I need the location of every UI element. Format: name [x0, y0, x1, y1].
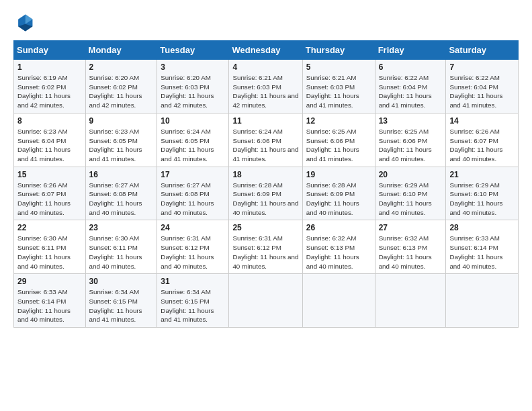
day-info: Sunrise: 6:33 AM Sunset: 6:14 PM Dayligh… — [449, 234, 515, 271]
day-info: Sunrise: 6:32 AM Sunset: 6:13 PM Dayligh… — [379, 234, 443, 271]
calendar-cell: 16 Sunrise: 6:27 AM Sunset: 6:08 PM Dayl… — [85, 167, 157, 220]
calendar-week-row: 15 Sunrise: 6:26 AM Sunset: 6:07 PM Dayl… — [14, 167, 519, 220]
day-number: 22 — [17, 223, 82, 232]
day-number: 17 — [161, 170, 225, 179]
calendar-cell: 8 Sunrise: 6:23 AM Sunset: 6:04 PM Dayli… — [14, 113, 86, 167]
day-number: 25 — [232, 223, 298, 232]
day-number: 12 — [306, 116, 371, 126]
day-number: 30 — [89, 277, 154, 286]
calendar-header-row: SundayMondayTuesdayWednesdayThursdayFrid… — [14, 41, 519, 60]
day-number: 2 — [89, 62, 154, 72]
calendar-week-row: 1 Sunrise: 6:19 AM Sunset: 6:02 PM Dayli… — [14, 60, 519, 113]
day-info: Sunrise: 6:31 AM Sunset: 6:12 PM Dayligh… — [232, 234, 298, 271]
calendar-cell: 27 Sunrise: 6:32 AM Sunset: 6:13 PM Dayl… — [375, 220, 446, 274]
day-number: 23 — [89, 223, 154, 232]
day-info: Sunrise: 6:30 AM Sunset: 6:11 PM Dayligh… — [17, 234, 82, 271]
calendar-cell: 7 Sunrise: 6:22 AM Sunset: 6:04 PM Dayli… — [446, 60, 519, 113]
calendar-cell: 14 Sunrise: 6:26 AM Sunset: 6:07 PM Dayl… — [446, 113, 519, 167]
calendar-header-saturday: Saturday — [446, 41, 519, 60]
header — [13, 12, 519, 34]
calendar-cell: 20 Sunrise: 6:29 AM Sunset: 6:10 PM Dayl… — [375, 167, 446, 220]
calendar-cell: 1 Sunrise: 6:19 AM Sunset: 6:02 PM Dayli… — [14, 60, 86, 113]
calendar-cell: 11 Sunrise: 6:24 AM Sunset: 6:06 PM Dayl… — [229, 113, 302, 167]
day-number: 31 — [161, 277, 225, 286]
day-info: Sunrise: 6:20 AM Sunset: 6:02 PM Dayligh… — [89, 73, 154, 110]
day-info: Sunrise: 6:21 AM Sunset: 6:03 PM Dayligh… — [232, 73, 298, 110]
day-number: 19 — [306, 170, 371, 179]
calendar-week-row: 8 Sunrise: 6:23 AM Sunset: 6:04 PM Dayli… — [14, 113, 519, 167]
day-number: 29 — [17, 277, 82, 286]
day-number: 8 — [17, 116, 82, 126]
day-number: 16 — [89, 170, 154, 179]
day-info: Sunrise: 6:27 AM Sunset: 6:08 PM Dayligh… — [161, 181, 225, 218]
calendar-cell: 15 Sunrise: 6:26 AM Sunset: 6:07 PM Dayl… — [14, 167, 86, 220]
calendar-header-tuesday: Tuesday — [157, 41, 229, 60]
day-number: 4 — [232, 62, 298, 72]
day-info: Sunrise: 6:34 AM Sunset: 6:15 PM Dayligh… — [89, 287, 154, 324]
calendar-cell: 18 Sunrise: 6:28 AM Sunset: 6:09 PM Dayl… — [229, 167, 302, 220]
day-info: Sunrise: 6:31 AM Sunset: 6:12 PM Dayligh… — [161, 234, 225, 271]
day-info: Sunrise: 6:25 AM Sunset: 6:06 PM Dayligh… — [379, 127, 443, 164]
day-info: Sunrise: 6:19 AM Sunset: 6:02 PM Dayligh… — [17, 73, 82, 110]
day-number: 28 — [449, 223, 515, 232]
calendar-header-monday: Monday — [85, 41, 157, 60]
calendar-cell: 9 Sunrise: 6:23 AM Sunset: 6:05 PM Dayli… — [85, 113, 157, 167]
calendar-cell: 13 Sunrise: 6:25 AM Sunset: 6:06 PM Dayl… — [375, 113, 446, 167]
day-info: Sunrise: 6:23 AM Sunset: 6:04 PM Dayligh… — [17, 127, 82, 164]
calendar-cell: 12 Sunrise: 6:25 AM Sunset: 6:06 PM Dayl… — [302, 113, 375, 167]
day-number: 13 — [379, 116, 443, 126]
calendar-cell: 24 Sunrise: 6:31 AM Sunset: 6:12 PM Dayl… — [157, 220, 229, 274]
calendar-week-row: 29 Sunrise: 6:33 AM Sunset: 6:14 PM Dayl… — [14, 274, 519, 328]
calendar-cell: 5 Sunrise: 6:21 AM Sunset: 6:03 PM Dayli… — [302, 60, 375, 113]
day-number: 21 — [449, 170, 515, 179]
calendar-cell — [375, 274, 446, 328]
calendar-cell: 19 Sunrise: 6:28 AM Sunset: 6:09 PM Dayl… — [302, 167, 375, 220]
day-info: Sunrise: 6:22 AM Sunset: 6:04 PM Dayligh… — [449, 73, 515, 110]
calendar-header-friday: Friday — [375, 41, 446, 60]
calendar-cell: 2 Sunrise: 6:20 AM Sunset: 6:02 PM Dayli… — [85, 60, 157, 113]
calendar-cell: 30 Sunrise: 6:34 AM Sunset: 6:15 PM Dayl… — [85, 274, 157, 328]
day-number: 9 — [89, 116, 154, 126]
calendar-cell: 10 Sunrise: 6:24 AM Sunset: 6:05 PM Dayl… — [157, 113, 229, 167]
calendar-header-thursday: Thursday — [302, 41, 375, 60]
day-info: Sunrise: 6:34 AM Sunset: 6:15 PM Dayligh… — [161, 287, 225, 324]
day-info: Sunrise: 6:25 AM Sunset: 6:06 PM Dayligh… — [306, 127, 371, 164]
day-info: Sunrise: 6:23 AM Sunset: 6:05 PM Dayligh… — [89, 127, 154, 164]
day-info: Sunrise: 6:30 AM Sunset: 6:11 PM Dayligh… — [89, 234, 154, 271]
day-number: 18 — [232, 170, 298, 179]
day-info: Sunrise: 6:24 AM Sunset: 6:06 PM Dayligh… — [232, 127, 298, 164]
calendar-cell: 28 Sunrise: 6:33 AM Sunset: 6:14 PM Dayl… — [446, 220, 519, 274]
calendar-cell: 4 Sunrise: 6:21 AM Sunset: 6:03 PM Dayli… — [229, 60, 302, 113]
day-number: 3 — [161, 62, 225, 72]
logo — [13, 12, 38, 34]
day-info: Sunrise: 6:22 AM Sunset: 6:04 PM Dayligh… — [379, 73, 443, 110]
calendar-cell: 26 Sunrise: 6:32 AM Sunset: 6:13 PM Dayl… — [302, 220, 375, 274]
calendar-cell: 23 Sunrise: 6:30 AM Sunset: 6:11 PM Dayl… — [85, 220, 157, 274]
calendar-cell: 3 Sunrise: 6:20 AM Sunset: 6:03 PM Dayli… — [157, 60, 229, 113]
day-number: 26 — [306, 223, 371, 232]
day-info: Sunrise: 6:20 AM Sunset: 6:03 PM Dayligh… — [161, 73, 225, 110]
calendar-cell: 25 Sunrise: 6:31 AM Sunset: 6:12 PM Dayl… — [229, 220, 302, 274]
day-number: 11 — [232, 116, 298, 126]
day-number: 14 — [449, 116, 515, 126]
day-number: 10 — [161, 116, 225, 126]
day-info: Sunrise: 6:28 AM Sunset: 6:09 PM Dayligh… — [232, 181, 298, 218]
calendar-cell: 31 Sunrise: 6:34 AM Sunset: 6:15 PM Dayl… — [157, 274, 229, 328]
calendar-header-wednesday: Wednesday — [229, 41, 302, 60]
calendar-cell: 6 Sunrise: 6:22 AM Sunset: 6:04 PM Dayli… — [375, 60, 446, 113]
calendar-cell: 21 Sunrise: 6:29 AM Sunset: 6:10 PM Dayl… — [446, 167, 519, 220]
calendar-header-sunday: Sunday — [14, 41, 86, 60]
day-number: 6 — [379, 62, 443, 72]
page: SundayMondayTuesdayWednesdayThursdayFrid… — [0, 0, 532, 411]
calendar-cell — [446, 274, 519, 328]
calendar-cell — [302, 274, 375, 328]
day-number: 20 — [379, 170, 443, 179]
day-info: Sunrise: 6:24 AM Sunset: 6:05 PM Dayligh… — [161, 127, 225, 164]
day-number: 15 — [17, 170, 82, 179]
logo-icon — [13, 12, 35, 34]
calendar-cell: 17 Sunrise: 6:27 AM Sunset: 6:08 PM Dayl… — [157, 167, 229, 220]
day-info: Sunrise: 6:32 AM Sunset: 6:13 PM Dayligh… — [306, 234, 371, 271]
calendar-table: SundayMondayTuesdayWednesdayThursdayFrid… — [13, 40, 519, 328]
day-number: 1 — [17, 62, 82, 72]
calendar-cell: 22 Sunrise: 6:30 AM Sunset: 6:11 PM Dayl… — [14, 220, 86, 274]
